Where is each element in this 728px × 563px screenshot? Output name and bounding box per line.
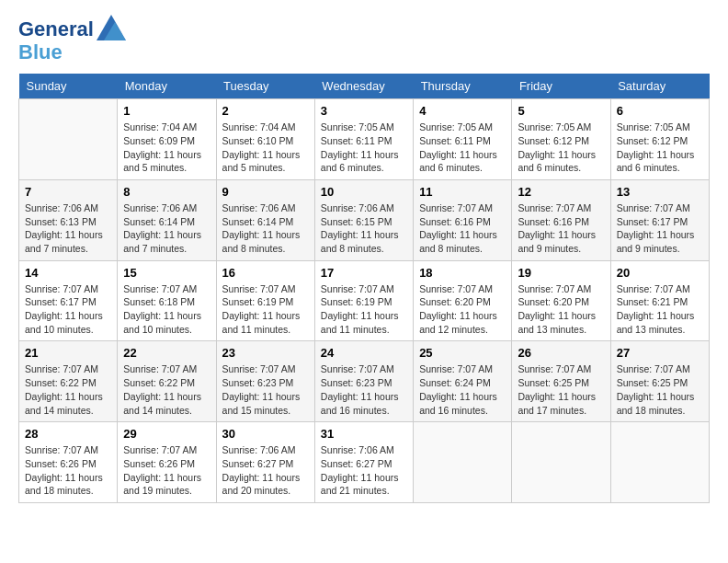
sunrise-text: Sunrise: 7:06 AM <box>222 202 296 213</box>
sunset-text: Sunset: 6:22 PM <box>25 377 97 388</box>
day-info: Sunrise: 7:07 AM Sunset: 6:17 PM Dayligh… <box>617 201 703 256</box>
calendar-cell: 4 Sunrise: 7:05 AM Sunset: 6:11 PM Dayli… <box>414 99 512 180</box>
col-header-sunday: Sunday <box>19 74 118 99</box>
daylight-text: Daylight: 11 hours and 13 minutes. <box>617 310 695 335</box>
sunset-text: Sunset: 6:14 PM <box>222 216 294 227</box>
sunrise-text: Sunrise: 7:05 AM <box>617 121 690 132</box>
daylight-text: Daylight: 11 hours and 5 minutes. <box>222 149 301 174</box>
day-info: Sunrise: 7:07 AM Sunset: 6:23 PM Dayligh… <box>222 362 309 417</box>
daylight-text: Daylight: 11 hours and 12 minutes. <box>419 310 497 335</box>
sunrise-text: Sunrise: 7:07 AM <box>123 444 197 455</box>
calendar-cell: 21 Sunrise: 7:07 AM Sunset: 6:22 PM Dayl… <box>19 341 118 422</box>
sunrise-text: Sunrise: 7:07 AM <box>321 283 394 294</box>
day-number: 3 <box>321 104 407 118</box>
sunrise-text: Sunrise: 7:05 AM <box>518 121 591 132</box>
sunrise-text: Sunrise: 7:07 AM <box>518 202 591 213</box>
daylight-text: Daylight: 11 hours and 18 minutes. <box>617 391 695 416</box>
sunrise-text: Sunrise: 7:07 AM <box>123 363 197 374</box>
daylight-text: Daylight: 11 hours and 14 minutes. <box>25 391 103 416</box>
day-number: 19 <box>518 266 604 280</box>
calendar-week-row: 14 Sunrise: 7:07 AM Sunset: 6:17 PM Dayl… <box>19 260 710 341</box>
calendar-cell: 1 Sunrise: 7:04 AM Sunset: 6:09 PM Dayli… <box>118 99 216 180</box>
day-number: 27 <box>617 346 703 360</box>
sunset-text: Sunset: 6:25 PM <box>617 377 688 388</box>
day-number: 18 <box>419 266 506 280</box>
calendar-cell: 14 Sunrise: 7:07 AM Sunset: 6:17 PM Dayl… <box>19 260 118 341</box>
day-info: Sunrise: 7:07 AM Sunset: 6:16 PM Dayligh… <box>419 201 506 256</box>
sunset-text: Sunset: 6:17 PM <box>617 216 688 227</box>
day-number: 24 <box>321 346 407 360</box>
day-number: 26 <box>518 346 604 360</box>
day-info: Sunrise: 7:07 AM Sunset: 6:21 PM Dayligh… <box>617 282 703 337</box>
sunset-text: Sunset: 6:23 PM <box>222 377 294 388</box>
sunset-text: Sunset: 6:26 PM <box>123 458 195 469</box>
calendar-cell: 3 Sunrise: 7:05 AM Sunset: 6:11 PM Dayli… <box>314 99 413 180</box>
day-number: 30 <box>222 427 309 441</box>
day-number: 17 <box>321 266 407 280</box>
calendar-header-row: SundayMondayTuesdayWednesdayThursdayFrid… <box>19 74 710 99</box>
daylight-text: Daylight: 11 hours and 6 minutes. <box>419 149 497 174</box>
day-info: Sunrise: 7:04 AM Sunset: 6:09 PM Dayligh… <box>123 121 210 175</box>
daylight-text: Daylight: 11 hours and 20 minutes. <box>222 472 301 497</box>
sunset-text: Sunset: 6:19 PM <box>321 296 392 307</box>
sunset-text: Sunset: 6:26 PM <box>25 458 97 469</box>
day-info: Sunrise: 7:07 AM Sunset: 6:22 PM Dayligh… <box>25 362 111 417</box>
col-header-friday: Friday <box>512 74 610 99</box>
day-number: 9 <box>222 185 309 199</box>
sunset-text: Sunset: 6:13 PM <box>25 216 97 227</box>
calendar-cell: 30 Sunrise: 7:06 AM Sunset: 6:27 PM Dayl… <box>216 422 314 503</box>
day-number: 8 <box>123 185 210 199</box>
calendar-cell: 29 Sunrise: 7:07 AM Sunset: 6:26 PM Dayl… <box>118 422 216 503</box>
sunrise-text: Sunrise: 7:07 AM <box>25 283 98 294</box>
calendar-week-row: 1 Sunrise: 7:04 AM Sunset: 6:09 PM Dayli… <box>19 99 710 180</box>
page-header: General Blue <box>18 18 710 64</box>
day-info: Sunrise: 7:06 AM Sunset: 6:15 PM Dayligh… <box>321 201 407 256</box>
sunset-text: Sunset: 6:11 PM <box>321 135 392 146</box>
day-number: 2 <box>222 104 309 118</box>
daylight-text: Daylight: 11 hours and 19 minutes. <box>123 472 201 497</box>
calendar-cell: 2 Sunrise: 7:04 AM Sunset: 6:10 PM Dayli… <box>216 99 314 180</box>
logo-text: General <box>18 18 94 40</box>
sunrise-text: Sunrise: 7:04 AM <box>123 121 197 132</box>
day-number: 23 <box>222 346 309 360</box>
day-number: 21 <box>25 346 111 360</box>
daylight-text: Daylight: 11 hours and 10 minutes. <box>25 310 103 335</box>
day-info: Sunrise: 7:06 AM Sunset: 6:14 PM Dayligh… <box>222 201 309 256</box>
daylight-text: Daylight: 11 hours and 6 minutes. <box>321 149 399 174</box>
daylight-text: Daylight: 11 hours and 17 minutes. <box>518 391 596 416</box>
calendar-cell: 19 Sunrise: 7:07 AM Sunset: 6:20 PM Dayl… <box>512 260 610 341</box>
daylight-text: Daylight: 11 hours and 16 minutes. <box>321 391 399 416</box>
sunrise-text: Sunrise: 7:07 AM <box>25 363 98 374</box>
sunrise-text: Sunrise: 7:07 AM <box>617 363 690 374</box>
daylight-text: Daylight: 11 hours and 6 minutes. <box>617 149 695 174</box>
day-number: 7 <box>25 185 111 199</box>
daylight-text: Daylight: 11 hours and 11 minutes. <box>321 310 399 335</box>
sunset-text: Sunset: 6:22 PM <box>123 377 195 388</box>
day-info: Sunrise: 7:07 AM Sunset: 6:22 PM Dayligh… <box>123 362 210 417</box>
day-number: 20 <box>617 266 703 280</box>
calendar-cell: 7 Sunrise: 7:06 AM Sunset: 6:13 PM Dayli… <box>19 179 118 260</box>
day-info: Sunrise: 7:07 AM Sunset: 6:16 PM Dayligh… <box>518 201 604 256</box>
sunset-text: Sunset: 6:15 PM <box>321 216 392 227</box>
calendar-cell <box>19 99 118 180</box>
sunset-text: Sunset: 6:14 PM <box>123 216 195 227</box>
daylight-text: Daylight: 11 hours and 21 minutes. <box>321 472 399 497</box>
daylight-text: Daylight: 11 hours and 8 minutes. <box>419 229 497 254</box>
day-number: 11 <box>419 185 506 199</box>
daylight-text: Daylight: 11 hours and 9 minutes. <box>617 229 695 254</box>
calendar-cell: 23 Sunrise: 7:07 AM Sunset: 6:23 PM Dayl… <box>216 341 314 422</box>
sunrise-text: Sunrise: 7:05 AM <box>321 121 394 132</box>
day-info: Sunrise: 7:05 AM Sunset: 6:12 PM Dayligh… <box>617 121 703 175</box>
calendar-table: SundayMondayTuesdayWednesdayThursdayFrid… <box>18 74 710 503</box>
sunrise-text: Sunrise: 7:07 AM <box>321 363 394 374</box>
day-info: Sunrise: 7:07 AM Sunset: 6:17 PM Dayligh… <box>25 282 111 337</box>
day-number: 15 <box>123 266 210 280</box>
day-info: Sunrise: 7:07 AM Sunset: 6:26 PM Dayligh… <box>25 443 111 498</box>
day-info: Sunrise: 7:06 AM Sunset: 6:27 PM Dayligh… <box>321 443 407 498</box>
calendar-cell: 31 Sunrise: 7:06 AM Sunset: 6:27 PM Dayl… <box>314 422 413 503</box>
day-info: Sunrise: 7:07 AM Sunset: 6:20 PM Dayligh… <box>419 282 506 337</box>
day-info: Sunrise: 7:06 AM Sunset: 6:14 PM Dayligh… <box>123 201 210 256</box>
day-number: 12 <box>518 185 604 199</box>
sunset-text: Sunset: 6:12 PM <box>617 135 688 146</box>
sunrise-text: Sunrise: 7:07 AM <box>617 202 690 213</box>
